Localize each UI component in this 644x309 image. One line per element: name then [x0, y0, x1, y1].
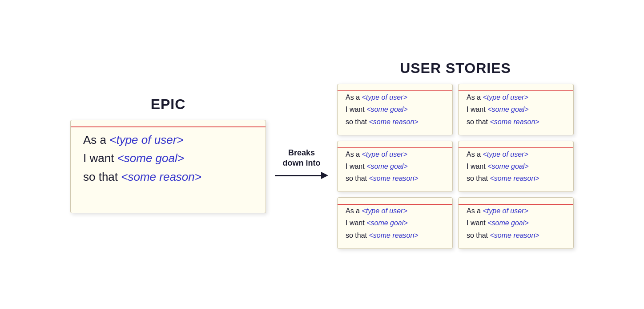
story-card-2: As a <type of user> I want <some goal> s… [458, 84, 574, 135]
epic-line-1: As a <type of user> [83, 131, 253, 150]
epic-title: EPIC [151, 96, 186, 113]
epic-section: EPIC As a <type of user> I want <some go… [70, 96, 266, 213]
arrow-head [321, 172, 328, 179]
story-card-5: As a <type of user> I want <some goal> s… [337, 197, 453, 249]
epic-line2-prefix: I want [83, 151, 117, 165]
epic-line-3: so that <some reason> [83, 168, 253, 187]
diagram-container: EPIC As a <type of user> I want <some go… [44, 51, 600, 258]
story-card-4: As a <type of user> I want <some goal> s… [458, 141, 574, 192]
story-card-1: As a <type of user> I want <some goal> s… [337, 84, 453, 135]
stories-title: USER STORIES [400, 60, 511, 77]
epic-line2-highlight: <some goal> [117, 151, 184, 165]
epic-line1-highlight: <type of user> [109, 133, 183, 146]
epic-line-2: I want <some goal> [83, 149, 253, 168]
epic-card: As a <type of user> I want <some goal> s… [70, 120, 266, 213]
epic-line1-prefix: As a [83, 133, 109, 146]
arrow-line [275, 172, 328, 179]
stories-section: USER STORIES As a <type of user> I want … [337, 60, 574, 249]
arrow-section: Breaksdown into [266, 130, 337, 179]
arrow-shaft [275, 175, 321, 176]
epic-line3-highlight: <some reason> [121, 170, 201, 183]
story-card-6: As a <type of user> I want <some goal> s… [458, 197, 574, 249]
epic-line3-prefix: so that [83, 170, 121, 183]
arrow-label: Breaksdown into [283, 148, 321, 169]
story-card-3: As a <type of user> I want <some goal> s… [337, 141, 453, 192]
stories-grid: As a <type of user> I want <some goal> s… [337, 84, 574, 249]
